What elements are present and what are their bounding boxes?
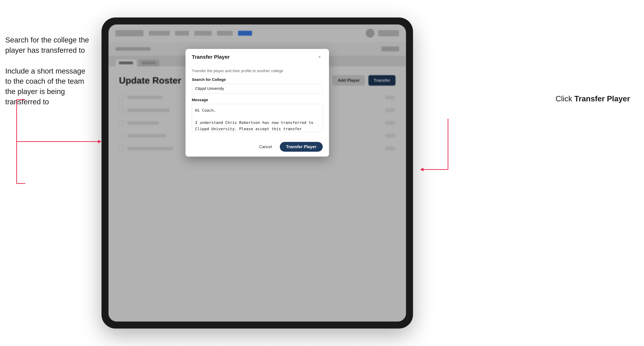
cancel-button[interactable]: Cancel	[255, 142, 276, 151]
modal-overlay: Transfer Player × Transfer the player an…	[108, 24, 406, 322]
modal-close-button[interactable]: ×	[316, 54, 323, 60]
search-college-input[interactable]	[192, 84, 323, 93]
transfer-player-button[interactable]: Transfer Player	[280, 142, 323, 152]
modal-body: Transfer the player and their profile to…	[186, 64, 329, 138]
message-textarea[interactable]: Hi Coach, I understand Chris Robertson h…	[192, 104, 323, 132]
modal-subtitle: Transfer the player and their profile to…	[192, 69, 323, 73]
svg-marker-6	[420, 168, 424, 171]
modal-title: Transfer Player	[192, 54, 230, 60]
modal-footer: Cancel Transfer Player	[186, 138, 329, 157]
right-annotation: Click Transfer Player	[556, 94, 630, 103]
tablet-frame: Update Roster Add Player Transfer	[102, 17, 413, 329]
left-annotation: Search for the college the player has tr…	[5, 35, 100, 118]
modal-header: Transfer Player ×	[186, 49, 329, 64]
annotation-text-1: Search for the college the player has tr…	[5, 35, 100, 56]
svg-marker-4	[98, 140, 102, 143]
transfer-player-modal: Transfer Player × Transfer the player an…	[186, 49, 329, 157]
search-college-label: Search for College	[192, 77, 323, 82]
annotation-text-2: Include a short message to the coach of …	[5, 66, 100, 107]
message-label: Message	[192, 98, 323, 102]
tablet-screen: Update Roster Add Player Transfer	[108, 24, 406, 322]
